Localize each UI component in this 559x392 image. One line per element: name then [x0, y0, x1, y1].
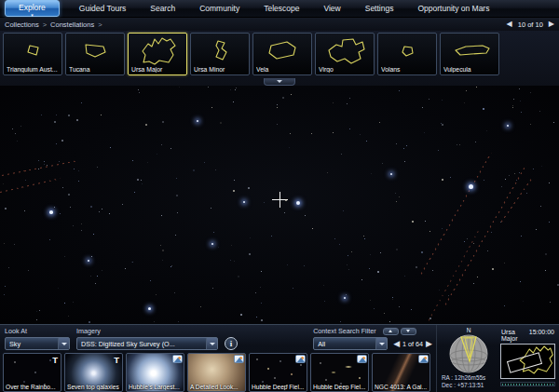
- collection-tile-vela[interactable]: Vela: [252, 33, 312, 75]
- star: [249, 253, 251, 255]
- look-at-dropdown[interactable]: Sky: [5, 337, 70, 350]
- star: [505, 179, 506, 180]
- context-pager: ◀ 1 of 64 ▶: [393, 339, 432, 348]
- breadcrumb-constellations[interactable]: Constellations: [50, 20, 94, 29]
- time-scrubber[interactable]: [500, 382, 555, 386]
- breadcrumb-collections[interactable]: Collections: [5, 20, 39, 29]
- tab-community[interactable]: Community: [187, 1, 252, 16]
- star: [74, 169, 75, 169]
- dropdown-arrow-icon[interactable]: [206, 338, 217, 349]
- collection-tile-tucana[interactable]: Tucana: [65, 33, 125, 75]
- star: [93, 234, 94, 235]
- context-tile-hubble-deep-field-2[interactable]: Hubble Deep Fiel...: [310, 353, 369, 392]
- tab-settings[interactable]: Settings: [353, 1, 406, 16]
- context-result-list: T Over the Rainbo... T Seven top galaxie…: [0, 350, 436, 392]
- star: [248, 187, 250, 189]
- star: [176, 178, 177, 179]
- star: [102, 209, 102, 210]
- star: [486, 130, 487, 131]
- context-filter-label: Context Search Filter: [313, 327, 376, 335]
- star: [396, 143, 397, 144]
- tab-search[interactable]: Search: [138, 1, 187, 16]
- look-at-value: Sky: [6, 340, 58, 348]
- imagery-value: DSS: Digitized Sky Survey (O...: [77, 340, 206, 348]
- star: [156, 294, 157, 295]
- star: [504, 263, 505, 264]
- star: [333, 102, 334, 103]
- imagery-info-icon[interactable]: i: [225, 337, 238, 350]
- collection-tile-vulpecula[interactable]: Vulpecula: [440, 33, 499, 75]
- star: [521, 236, 522, 237]
- star: [44, 161, 45, 162]
- star: [475, 142, 476, 142]
- tab-explore[interactable]: Explore ▾: [5, 0, 60, 17]
- dropdown-arrow-icon[interactable]: [375, 338, 387, 349]
- collection-tile-triangulum-australe[interactable]: Triangulum Aust...: [3, 33, 62, 75]
- page-next-icon[interactable]: ▶: [549, 20, 554, 29]
- star: [311, 133, 312, 134]
- star: [61, 140, 63, 142]
- star: [550, 302, 551, 303]
- tab-guided-tours[interactable]: Guided Tours: [67, 1, 138, 16]
- star: [399, 196, 400, 197]
- star: [56, 143, 57, 144]
- star: [509, 175, 510, 176]
- star: [161, 215, 162, 216]
- context-tile-hubbles-largest[interactable]: Hubble's Largest...: [126, 353, 184, 392]
- tab-telescope[interactable]: Telescope: [252, 1, 311, 16]
- star: [68, 316, 69, 317]
- tab-opportunity-on-mars[interactable]: Opportunity on Mars: [405, 1, 501, 16]
- collection-tile-ursa-minor[interactable]: Ursa Minor: [190, 33, 250, 75]
- scroll-up-button[interactable]: [383, 328, 399, 335]
- page-previous-icon[interactable]: ◀: [507, 20, 512, 29]
- preview-title: Ursa Major: [501, 329, 529, 342]
- imagery-dropdown[interactable]: DSS: Digitized Sky Survey (O...: [76, 337, 218, 350]
- star: [363, 236, 364, 237]
- sky-viewport[interactable]: [0, 86, 559, 324]
- dropdown-arrow-icon[interactable]: [58, 338, 69, 349]
- page-next-icon[interactable]: ▶: [426, 339, 432, 348]
- star: [293, 288, 293, 289]
- star: [218, 247, 219, 248]
- star: [516, 180, 517, 181]
- star: [233, 190, 235, 192]
- collection-tile-ursa-major[interactable]: Ursa Major: [128, 33, 187, 75]
- star: [211, 107, 212, 108]
- scroll-down-button[interactable]: [401, 328, 416, 335]
- preview-frame[interactable]: [500, 344, 555, 379]
- context-tile-a-detailed-look[interactable]: A Detailed Look...: [187, 353, 246, 392]
- bottom-panel: Look At Sky Imagery DSS: Digitized Sky S…: [0, 324, 559, 392]
- star: [429, 231, 430, 232]
- star: [341, 154, 342, 155]
- context-filter-dropdown[interactable]: All: [313, 337, 388, 350]
- star: [5, 208, 7, 210]
- page-previous-icon[interactable]: ◀: [393, 339, 400, 348]
- context-tile-label: A Detailed Look...: [190, 384, 244, 390]
- tucana-outline-icon: [66, 34, 125, 69]
- virgo-outline-icon: [316, 34, 375, 69]
- context-tile-hubble-deep-field-1[interactable]: Hubble Deep Fiel...: [249, 353, 307, 392]
- star: [162, 121, 164, 123]
- context-scroll-buttons: [383, 328, 416, 335]
- star: [379, 122, 380, 123]
- star: [312, 228, 313, 229]
- collection-tile-virgo[interactable]: Virgo: [315, 33, 375, 75]
- collection-tile-volans[interactable]: Volans: [377, 33, 437, 75]
- context-tile-ngc-4013[interactable]: NGC 4013: A Gal...: [372, 353, 430, 392]
- star: [395, 193, 396, 194]
- star: [193, 169, 195, 171]
- tab-view[interactable]: View: [311, 1, 352, 16]
- star: [289, 147, 290, 148]
- star: [234, 261, 235, 262]
- context-tile-over-the-rainbow[interactable]: T Over the Rainbo...: [3, 353, 61, 392]
- star: [291, 94, 292, 95]
- star: [483, 108, 484, 110]
- collapse-strip-tab[interactable]: [264, 78, 295, 86]
- satellite-trail: [421, 153, 492, 274]
- bright-star: [49, 210, 53, 214]
- tab-explore-label: Explore: [19, 3, 46, 12]
- star: [348, 269, 349, 270]
- collection-tile-label: Ursa Minor: [194, 66, 247, 73]
- star: [97, 167, 98, 168]
- context-tile-seven-top-galaxies[interactable]: T Seven top galaxies: [64, 353, 123, 392]
